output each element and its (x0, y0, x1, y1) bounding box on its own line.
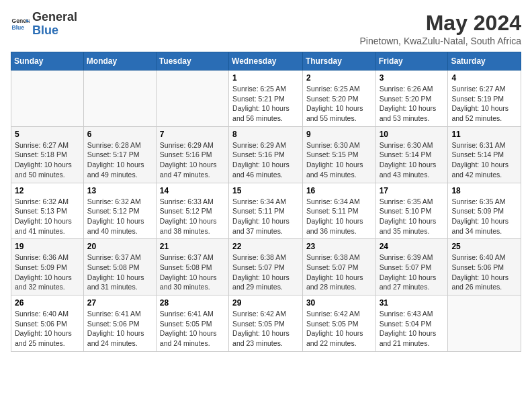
day-info: Sunrise: 6:36 AMSunset: 5:09 PMDaylight:… (15, 253, 80, 292)
day-cell (11, 71, 84, 127)
day-cell: 4Sunrise: 6:27 AMSunset: 5:19 PMDaylight… (448, 71, 521, 127)
day-info: Sunrise: 6:29 AMSunset: 5:16 PMDaylight:… (160, 140, 225, 180)
day-cell (83, 71, 156, 127)
day-cell: 19Sunrise: 6:36 AMSunset: 5:09 PMDayligh… (11, 239, 84, 295)
day-info: Sunrise: 6:41 AMSunset: 5:05 PMDaylight:… (160, 309, 225, 349)
day-cell (448, 295, 521, 352)
day-cell: 17Sunrise: 6:35 AMSunset: 5:10 PMDayligh… (375, 183, 448, 239)
day-number: 18 (451, 186, 517, 195)
day-cell: 28Sunrise: 6:41 AMSunset: 5:05 PMDayligh… (156, 295, 228, 352)
day-number: 14 (160, 186, 225, 195)
day-number: 6 (87, 130, 152, 139)
day-number: 20 (87, 242, 152, 251)
subtitle: Pinetown, KwaZulu-Natal, South Africa (360, 36, 521, 46)
day-number: 25 (451, 242, 517, 251)
day-info: Sunrise: 6:30 AMSunset: 5:14 PMDaylight:… (380, 140, 445, 180)
main-title: May 2024 (360, 11, 521, 36)
day-cell: 11Sunrise: 6:31 AMSunset: 5:14 PMDayligh… (448, 126, 521, 183)
day-info: Sunrise: 6:28 AMSunset: 5:17 PMDaylight:… (87, 140, 152, 180)
day-number: 17 (380, 186, 445, 195)
day-info: Sunrise: 6:43 AMSunset: 5:04 PMDaylight:… (380, 309, 445, 349)
day-number: 1 (232, 73, 299, 83)
logo-text: General Blue (32, 11, 77, 38)
day-info: Sunrise: 6:40 AMSunset: 5:06 PMDaylight:… (15, 309, 80, 349)
day-cell: 23Sunrise: 6:38 AMSunset: 5:07 PMDayligh… (302, 239, 375, 295)
day-number: 11 (451, 130, 517, 139)
day-number: 5 (15, 130, 80, 139)
day-cell: 22Sunrise: 6:38 AMSunset: 5:07 PMDayligh… (229, 239, 303, 295)
day-info: Sunrise: 6:37 AMSunset: 5:08 PMDaylight:… (160, 253, 225, 292)
day-number: 9 (306, 130, 372, 139)
day-number: 27 (87, 298, 152, 308)
day-cell: 1Sunrise: 6:25 AMSunset: 5:21 PMDaylight… (229, 71, 303, 127)
calendar-table: SundayMondayTuesdayWednesdayThursdayFrid… (11, 52, 521, 352)
day-cell: 13Sunrise: 6:32 AMSunset: 5:12 PMDayligh… (83, 183, 156, 239)
day-info: Sunrise: 6:38 AMSunset: 5:07 PMDaylight:… (232, 253, 299, 292)
day-cell: 21Sunrise: 6:37 AMSunset: 5:08 PMDayligh… (156, 239, 228, 295)
day-number: 4 (451, 73, 517, 83)
day-number: 24 (380, 242, 445, 251)
day-number: 15 (232, 186, 299, 195)
day-cell: 27Sunrise: 6:41 AMSunset: 5:06 PMDayligh… (83, 295, 156, 352)
day-cell: 5Sunrise: 6:27 AMSunset: 5:18 PMDaylight… (11, 126, 84, 183)
day-number: 16 (306, 186, 372, 195)
day-cell: 24Sunrise: 6:39 AMSunset: 5:07 PMDayligh… (375, 239, 448, 295)
day-info: Sunrise: 6:42 AMSunset: 5:05 PMDaylight:… (232, 309, 299, 349)
day-number: 28 (160, 298, 225, 308)
day-info: Sunrise: 6:32 AMSunset: 5:12 PMDaylight:… (87, 197, 152, 236)
week-row-2: 5Sunrise: 6:27 AMSunset: 5:18 PMDaylight… (11, 126, 521, 183)
day-number: 29 (232, 298, 299, 308)
day-info: Sunrise: 6:34 AMSunset: 5:11 PMDaylight:… (306, 197, 372, 236)
header-wednesday: Wednesday (229, 52, 303, 71)
day-cell: 9Sunrise: 6:30 AMSunset: 5:15 PMDaylight… (302, 126, 375, 183)
week-row-4: 19Sunrise: 6:36 AMSunset: 5:09 PMDayligh… (11, 239, 521, 295)
day-cell: 26Sunrise: 6:40 AMSunset: 5:06 PMDayligh… (11, 295, 84, 352)
title-block: May 2024 Pinetown, KwaZulu-Natal, South … (360, 11, 521, 46)
day-number: 12 (15, 186, 80, 195)
day-cell: 15Sunrise: 6:34 AMSunset: 5:11 PMDayligh… (229, 183, 303, 239)
day-cell: 20Sunrise: 6:37 AMSunset: 5:08 PMDayligh… (83, 239, 156, 295)
day-number: 13 (87, 186, 152, 195)
day-info: Sunrise: 6:39 AMSunset: 5:07 PMDaylight:… (380, 253, 445, 292)
day-info: Sunrise: 6:27 AMSunset: 5:18 PMDaylight:… (15, 140, 80, 180)
day-info: Sunrise: 6:27 AMSunset: 5:19 PMDaylight:… (451, 84, 517, 124)
day-info: Sunrise: 6:34 AMSunset: 5:11 PMDaylight:… (232, 197, 299, 236)
week-row-1: 1Sunrise: 6:25 AMSunset: 5:21 PMDaylight… (11, 71, 521, 127)
day-info: Sunrise: 6:30 AMSunset: 5:15 PMDaylight:… (306, 140, 372, 180)
calendar-header-row: SundayMondayTuesdayWednesdayThursdayFrid… (11, 52, 521, 71)
day-info: Sunrise: 6:25 AMSunset: 5:21 PMDaylight:… (232, 84, 299, 124)
day-number: 23 (306, 242, 372, 251)
day-info: Sunrise: 6:29 AMSunset: 5:16 PMDaylight:… (232, 140, 299, 180)
day-info: Sunrise: 6:37 AMSunset: 5:08 PMDaylight:… (87, 253, 152, 292)
day-cell: 10Sunrise: 6:30 AMSunset: 5:14 PMDayligh… (375, 126, 448, 183)
day-info: Sunrise: 6:25 AMSunset: 5:20 PMDaylight:… (306, 84, 372, 124)
logo: General Blue General Blue (11, 11, 77, 38)
day-cell: 6Sunrise: 6:28 AMSunset: 5:17 PMDaylight… (83, 126, 156, 183)
header-thursday: Thursday (302, 52, 375, 71)
header-saturday: Saturday (448, 52, 521, 71)
day-info: Sunrise: 6:38 AMSunset: 5:07 PMDaylight:… (306, 253, 372, 292)
day-number: 30 (306, 298, 372, 308)
day-cell: 29Sunrise: 6:42 AMSunset: 5:05 PMDayligh… (229, 295, 303, 352)
day-cell (156, 71, 228, 127)
day-number: 3 (380, 73, 445, 83)
day-cell: 12Sunrise: 6:32 AMSunset: 5:13 PMDayligh… (11, 183, 84, 239)
day-cell: 16Sunrise: 6:34 AMSunset: 5:11 PMDayligh… (302, 183, 375, 239)
day-number: 31 (380, 298, 445, 308)
day-cell: 2Sunrise: 6:25 AMSunset: 5:20 PMDaylight… (302, 71, 375, 127)
svg-text:Blue: Blue (12, 24, 25, 31)
header-tuesday: Tuesday (156, 52, 228, 71)
day-cell: 7Sunrise: 6:29 AMSunset: 5:16 PMDaylight… (156, 126, 228, 183)
week-row-3: 12Sunrise: 6:32 AMSunset: 5:13 PMDayligh… (11, 183, 521, 239)
day-cell: 14Sunrise: 6:33 AMSunset: 5:12 PMDayligh… (156, 183, 228, 239)
day-cell: 30Sunrise: 6:42 AMSunset: 5:05 PMDayligh… (302, 295, 375, 352)
day-number: 10 (380, 130, 445, 139)
day-info: Sunrise: 6:42 AMSunset: 5:05 PMDaylight:… (306, 309, 372, 349)
header-friday: Friday (375, 52, 448, 71)
page-header: General Blue General Blue May 2024 Pinet… (11, 11, 521, 46)
day-info: Sunrise: 6:26 AMSunset: 5:20 PMDaylight:… (380, 84, 445, 124)
day-number: 8 (232, 130, 299, 139)
header-sunday: Sunday (11, 52, 84, 71)
day-cell: 25Sunrise: 6:40 AMSunset: 5:06 PMDayligh… (448, 239, 521, 295)
day-info: Sunrise: 6:32 AMSunset: 5:13 PMDaylight:… (15, 197, 80, 236)
